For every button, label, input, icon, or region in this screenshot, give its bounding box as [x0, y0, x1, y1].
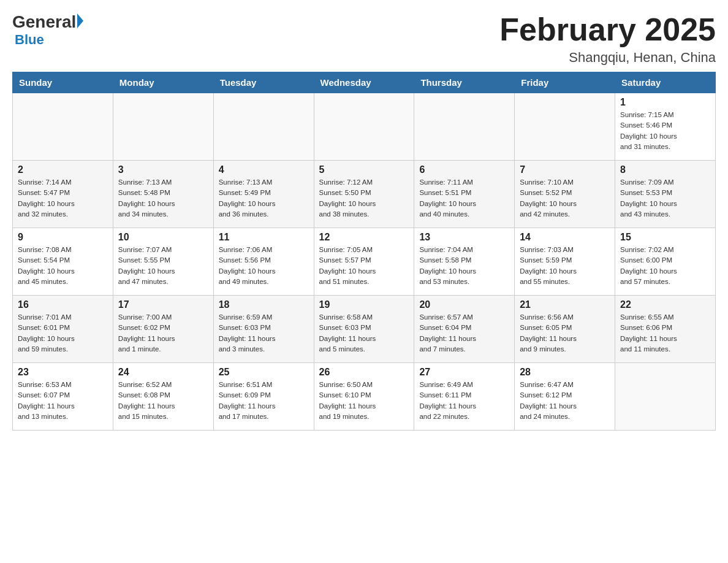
day-number: 19 — [319, 299, 409, 310]
calendar-cell — [113, 93, 213, 161]
day-info: Sunrise: 6:52 AMSunset: 6:08 PMDaylight:… — [118, 380, 208, 422]
day-number: 14 — [520, 232, 610, 243]
day-info: Sunrise: 7:09 AMSunset: 5:53 PMDaylight:… — [620, 177, 710, 220]
day-info: Sunrise: 7:02 AMSunset: 6:00 PMDaylight:… — [620, 245, 710, 287]
calendar-cell: 10Sunrise: 7:07 AMSunset: 5:55 PMDayligh… — [113, 228, 213, 296]
calendar-cell: 7Sunrise: 7:10 AMSunset: 5:52 PMDaylight… — [515, 161, 615, 228]
calendar-cell: 6Sunrise: 7:11 AMSunset: 5:51 PMDaylight… — [414, 161, 515, 228]
day-info: Sunrise: 7:12 AMSunset: 5:50 PMDaylight:… — [319, 177, 409, 220]
calendar-cell: 8Sunrise: 7:09 AMSunset: 5:53 PMDaylight… — [615, 161, 716, 228]
day-number: 3 — [118, 164, 208, 175]
calendar-cell — [13, 93, 113, 161]
weekday-header-thursday: Thursday — [414, 72, 515, 93]
day-info: Sunrise: 7:11 AMSunset: 5:51 PMDaylight:… — [419, 177, 509, 220]
day-info: Sunrise: 6:49 AMSunset: 6:11 PMDaylight:… — [419, 380, 509, 422]
day-number: 13 — [419, 232, 509, 243]
calendar-cell: 20Sunrise: 6:57 AMSunset: 6:04 PMDayligh… — [414, 296, 515, 363]
calendar-cell: 25Sunrise: 6:51 AMSunset: 6:09 PMDayligh… — [213, 363, 314, 431]
calendar-cell: 11Sunrise: 7:06 AMSunset: 5:56 PMDayligh… — [213, 228, 314, 296]
calendar-cell: 23Sunrise: 6:53 AMSunset: 6:07 PMDayligh… — [13, 363, 113, 431]
calendar-cell — [314, 93, 414, 161]
day-info: Sunrise: 6:58 AMSunset: 6:03 PMDaylight:… — [319, 312, 409, 354]
calendar-cell: 21Sunrise: 6:56 AMSunset: 6:05 PMDayligh… — [515, 296, 615, 363]
calendar-cell: 26Sunrise: 6:50 AMSunset: 6:10 PMDayligh… — [314, 363, 414, 431]
weekday-header-tuesday: Tuesday — [213, 72, 314, 93]
calendar-week-row: 1Sunrise: 7:15 AMSunset: 5:46 PMDaylight… — [13, 93, 716, 161]
title-section: February 2025 Shangqiu, Henan, China — [499, 12, 716, 66]
day-number: 25 — [219, 367, 309, 378]
day-number: 21 — [520, 299, 610, 310]
calendar-cell: 2Sunrise: 7:14 AMSunset: 5:47 PMDaylight… — [13, 161, 113, 228]
day-info: Sunrise: 7:04 AMSunset: 5:58 PMDaylight:… — [419, 245, 509, 287]
calendar-cell: 27Sunrise: 6:49 AMSunset: 6:11 PMDayligh… — [414, 363, 515, 431]
day-number: 28 — [520, 367, 610, 378]
location-subtitle: Shangqiu, Henan, China — [499, 50, 716, 66]
calendar-cell: 28Sunrise: 6:47 AMSunset: 6:12 PMDayligh… — [515, 363, 615, 431]
day-number: 20 — [419, 299, 509, 310]
calendar-week-row: 2Sunrise: 7:14 AMSunset: 5:47 PMDaylight… — [13, 161, 716, 228]
day-info: Sunrise: 7:15 AMSunset: 5:46 PMDaylight:… — [620, 110, 710, 152]
day-info: Sunrise: 6:47 AMSunset: 6:12 PMDaylight:… — [520, 380, 610, 422]
day-info: Sunrise: 6:57 AMSunset: 6:04 PMDaylight:… — [419, 312, 509, 354]
calendar-cell: 18Sunrise: 6:59 AMSunset: 6:03 PMDayligh… — [213, 296, 314, 363]
calendar-cell: 17Sunrise: 7:00 AMSunset: 6:02 PMDayligh… — [113, 296, 213, 363]
day-info: Sunrise: 6:55 AMSunset: 6:06 PMDaylight:… — [620, 312, 710, 354]
day-number: 22 — [620, 299, 710, 310]
day-info: Sunrise: 7:14 AMSunset: 5:47 PMDaylight:… — [18, 177, 108, 220]
day-number: 4 — [219, 164, 309, 175]
day-number: 5 — [319, 164, 409, 175]
day-number: 10 — [118, 232, 208, 243]
calendar-cell: 1Sunrise: 7:15 AMSunset: 5:46 PMDaylight… — [615, 93, 716, 161]
calendar-week-row: 23Sunrise: 6:53 AMSunset: 6:07 PMDayligh… — [13, 363, 716, 431]
day-number: 16 — [18, 299, 108, 310]
day-number: 18 — [219, 299, 309, 310]
weekday-header-sunday: Sunday — [13, 72, 113, 93]
calendar-table: SundayMondayTuesdayWednesdayThursdayFrid… — [12, 72, 716, 431]
day-info: Sunrise: 7:07 AMSunset: 5:55 PMDaylight:… — [118, 245, 208, 287]
logo-blue-word: Blue — [15, 32, 44, 48]
day-info: Sunrise: 6:59 AMSunset: 6:03 PMDaylight:… — [219, 312, 309, 354]
logo-general-word: General — [12, 12, 76, 32]
calendar-cell: 24Sunrise: 6:52 AMSunset: 6:08 PMDayligh… — [113, 363, 213, 431]
calendar-cell: 4Sunrise: 7:13 AMSunset: 5:49 PMDaylight… — [213, 161, 314, 228]
day-number: 8 — [620, 164, 710, 175]
weekday-header-monday: Monday — [113, 72, 213, 93]
day-number: 27 — [419, 367, 509, 378]
day-number: 6 — [419, 164, 509, 175]
day-info: Sunrise: 7:01 AMSunset: 6:01 PMDaylight:… — [18, 312, 108, 354]
calendar-cell: 16Sunrise: 7:01 AMSunset: 6:01 PMDayligh… — [13, 296, 113, 363]
calendar-cell: 22Sunrise: 6:55 AMSunset: 6:06 PMDayligh… — [615, 296, 716, 363]
day-number: 7 — [520, 164, 610, 175]
calendar-cell: 3Sunrise: 7:13 AMSunset: 5:48 PMDaylight… — [113, 161, 213, 228]
weekday-header-wednesday: Wednesday — [314, 72, 414, 93]
day-number: 15 — [620, 232, 710, 243]
day-info: Sunrise: 6:50 AMSunset: 6:10 PMDaylight:… — [319, 380, 409, 422]
day-info: Sunrise: 6:56 AMSunset: 6:05 PMDaylight:… — [520, 312, 610, 354]
day-info: Sunrise: 7:13 AMSunset: 5:49 PMDaylight:… — [219, 177, 309, 220]
day-number: 2 — [18, 164, 108, 175]
day-info: Sunrise: 7:08 AMSunset: 5:54 PMDaylight:… — [18, 245, 108, 287]
calendar-cell — [213, 93, 314, 161]
weekday-header-friday: Friday — [515, 72, 615, 93]
day-number: 24 — [118, 367, 208, 378]
day-info: Sunrise: 7:13 AMSunset: 5:48 PMDaylight:… — [118, 177, 208, 220]
weekday-header-row: SundayMondayTuesdayWednesdayThursdayFrid… — [13, 72, 716, 93]
logo: General Blue — [12, 12, 83, 48]
day-info: Sunrise: 7:05 AMSunset: 5:57 PMDaylight:… — [319, 245, 409, 287]
calendar-week-row: 9Sunrise: 7:08 AMSunset: 5:54 PMDaylight… — [13, 228, 716, 296]
day-number: 26 — [319, 367, 409, 378]
day-info: Sunrise: 6:51 AMSunset: 6:09 PMDaylight:… — [219, 380, 309, 422]
calendar-cell — [414, 93, 515, 161]
day-number: 17 — [118, 299, 208, 310]
day-info: Sunrise: 6:53 AMSunset: 6:07 PMDaylight:… — [18, 380, 108, 422]
page-header: General Blue February 2025 Shangqiu, Hen… — [12, 12, 716, 66]
logo-triangle-icon — [77, 13, 83, 28]
month-title: February 2025 — [499, 12, 716, 47]
calendar-cell: 14Sunrise: 7:03 AMSunset: 5:59 PMDayligh… — [515, 228, 615, 296]
day-info: Sunrise: 7:10 AMSunset: 5:52 PMDaylight:… — [520, 177, 610, 220]
day-number: 1 — [620, 97, 710, 108]
calendar-cell: 9Sunrise: 7:08 AMSunset: 5:54 PMDaylight… — [13, 228, 113, 296]
calendar-cell: 13Sunrise: 7:04 AMSunset: 5:58 PMDayligh… — [414, 228, 515, 296]
day-info: Sunrise: 7:03 AMSunset: 5:59 PMDaylight:… — [520, 245, 610, 287]
calendar-cell: 5Sunrise: 7:12 AMSunset: 5:50 PMDaylight… — [314, 161, 414, 228]
